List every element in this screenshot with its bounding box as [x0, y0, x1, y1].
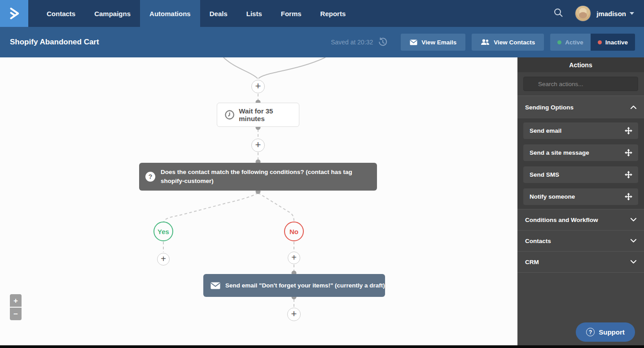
nav-label: Lists	[246, 10, 262, 17]
history-icon[interactable]	[377, 37, 388, 48]
toggle-inactive[interactable]: Inactive	[591, 34, 635, 51]
nav-item-automations[interactable]: Automations	[140, 0, 200, 27]
sidebar-footer-area	[517, 272, 644, 273]
contacts-icon	[481, 39, 490, 45]
automation-canvas[interactable]: + Wait for 35 minutes + ? Does the conta…	[0, 57, 517, 348]
nav-label: Forms	[281, 10, 302, 17]
nav-right-group: jmadison	[553, 0, 644, 27]
clock-icon	[224, 109, 235, 120]
top-navbar: Contacts Campaigns Automations Deals Lis…	[0, 0, 644, 27]
plus-glyph: +	[291, 308, 297, 320]
search-actions-input[interactable]	[523, 77, 638, 91]
wait-node-label: Wait for 35 minutes	[239, 107, 299, 122]
section-crm[interactable]: CRM	[517, 251, 644, 272]
zoom-out-button[interactable]: −	[10, 308, 22, 320]
nav-item-reports[interactable]: Reports	[311, 0, 355, 27]
action-label: Send SMS	[530, 171, 559, 178]
nav-item-campaigns[interactable]: Campaigns	[85, 0, 140, 27]
plus-glyph: +	[161, 254, 166, 264]
actions-sidebar: Actions Sending Options Send email Send …	[517, 57, 644, 348]
nav-label: Automations	[149, 10, 191, 17]
automation-header: Shopify Abandoned Cart Saved at 20:32 Vi…	[0, 27, 644, 57]
inactive-label: Inactive	[605, 39, 628, 46]
plus-glyph: +	[255, 80, 261, 92]
main-nav: Contacts Campaigns Automations Deals Lis…	[37, 0, 355, 27]
section-label: Sending Options	[525, 104, 574, 111]
active-status-dot	[557, 40, 561, 44]
envelope-icon	[410, 39, 417, 45]
nav-label: Contacts	[47, 10, 75, 17]
action-label: Send email	[530, 127, 561, 134]
saved-status: Saved at 20:32	[331, 39, 373, 46]
sending-options-items: Send email Send a site message Send SMS …	[517, 118, 644, 209]
action-notify-someone[interactable]: Notify someone	[523, 188, 638, 205]
chevron-down-icon[interactable]	[630, 12, 634, 15]
branch-no[interactable]: No	[284, 222, 304, 241]
support-label: Support	[599, 328, 625, 336]
sidebar-search-wrap	[517, 72, 644, 96]
action-label: Notify someone	[530, 193, 575, 200]
envelope-icon	[210, 282, 220, 289]
condition-node[interactable]: ? Does the contact match the following c…	[139, 163, 377, 191]
header-actions: Saved at 20:32 View Emails View Contacts…	[331, 34, 644, 51]
nav-item-forms[interactable]: Forms	[272, 0, 311, 27]
section-label: Conditions and Workflow	[525, 217, 598, 223]
plus-glyph: +	[291, 252, 297, 263]
chevron-down-icon	[631, 218, 636, 222]
active-label: Active	[565, 39, 583, 46]
brand-chevron-icon	[8, 7, 21, 20]
section-label: CRM	[525, 259, 539, 265]
wait-node[interactable]: Wait for 35 minutes	[217, 103, 299, 127]
connector-lines	[0, 57, 517, 348]
move-icon	[625, 127, 632, 135]
chevron-up-icon	[631, 105, 636, 109]
action-send-site-message[interactable]: Send a site message	[523, 144, 638, 161]
add-action-button-mid[interactable]: +	[251, 139, 265, 152]
activecampaign-logo[interactable]	[0, 0, 28, 27]
send-email-node-label: Send email "Don't forget your items!" (c…	[225, 282, 385, 289]
chevron-down-icon	[631, 260, 636, 264]
add-action-button-no[interactable]: +	[288, 252, 300, 264]
action-label: Send a site message	[530, 149, 589, 156]
move-icon	[625, 149, 632, 157]
view-emails-label: View Emails	[421, 39, 456, 46]
nav-item-contacts[interactable]: Contacts	[37, 0, 85, 27]
action-send-email[interactable]: Send email	[523, 122, 638, 139]
view-emails-button[interactable]: View Emails	[401, 34, 465, 51]
search-icon[interactable]	[553, 8, 563, 19]
section-label: Contacts	[525, 238, 551, 244]
move-icon	[625, 193, 632, 200]
yes-label: Yes	[158, 228, 169, 235]
add-action-button-top[interactable]: +	[251, 80, 265, 93]
view-contacts-button[interactable]: View Contacts	[472, 34, 544, 51]
action-send-sms[interactable]: Send SMS	[523, 166, 638, 183]
section-sending-options[interactable]: Sending Options	[517, 96, 644, 118]
user-avatar[interactable]	[575, 5, 591, 22]
section-contacts[interactable]: Contacts	[517, 230, 644, 251]
toggle-active[interactable]: Active	[550, 34, 591, 51]
nav-label: Reports	[320, 10, 346, 17]
section-conditions-workflow[interactable]: Conditions and Workflow	[517, 209, 644, 230]
nav-label: Campaigns	[94, 10, 131, 17]
send-email-node[interactable]: Send email "Don't forget your items!" (c…	[203, 274, 385, 297]
bottom-edge-strip	[0, 345, 644, 348]
sidebar-title: Actions	[517, 57, 644, 72]
add-action-button-yes[interactable]: +	[157, 253, 170, 265]
zoom-in-button[interactable]: +	[10, 294, 22, 307]
help-icon: ?	[586, 328, 595, 336]
zoom-controls: + −	[10, 294, 22, 320]
username[interactable]: jmadison	[596, 10, 626, 17]
nav-item-lists[interactable]: Lists	[237, 0, 272, 27]
active-inactive-toggle: Active Inactive	[550, 34, 635, 51]
condition-node-label: Does the contact match the following con…	[161, 168, 368, 186]
view-contacts-label: View Contacts	[494, 39, 535, 46]
support-button[interactable]: ? Support	[576, 322, 635, 342]
move-icon	[625, 171, 632, 178]
plus-glyph: +	[255, 139, 261, 151]
add-action-button-bottom[interactable]: +	[287, 308, 301, 321]
chevron-down-icon	[631, 239, 636, 243]
question-icon: ?	[145, 172, 155, 182]
inactive-status-dot	[598, 40, 602, 44]
nav-item-deals[interactable]: Deals	[200, 0, 237, 27]
branch-yes[interactable]: Yes	[153, 222, 173, 241]
